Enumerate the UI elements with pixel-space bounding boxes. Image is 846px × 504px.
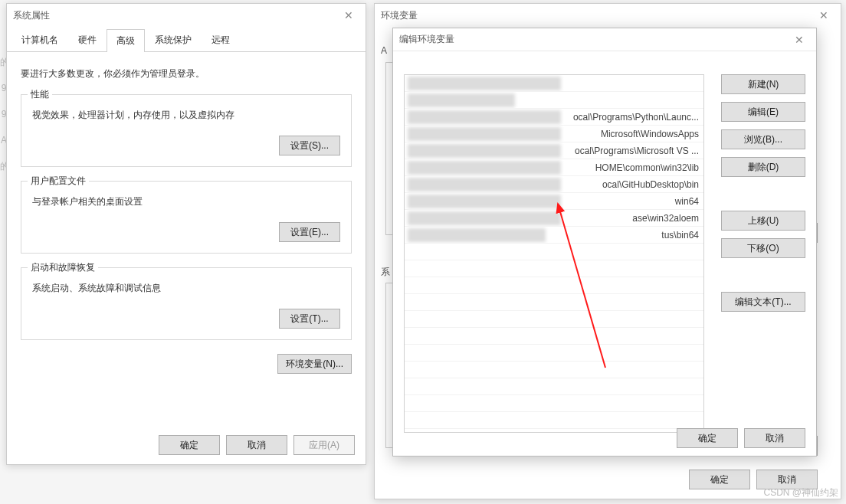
- list-item[interactable]: [405, 260, 703, 277]
- group-user-profiles: 用户配置文件 与登录帐户相关的桌面设置 设置(E)...: [21, 181, 352, 254]
- list-item[interactable]: [405, 412, 703, 429]
- cancel-button[interactable]: 取消: [226, 435, 287, 455]
- tabs: 计算机名 硬件 高级 系统保护 远程: [7, 27, 366, 52]
- browse-button[interactable]: 浏览(B)...: [721, 129, 805, 149]
- system-properties-window: 系统属性 ✕ 计算机名 硬件 高级 系统保护 远程 要进行大多数更改，你必须作为…: [6, 3, 366, 465]
- edit-environment-variable-dialog: 编辑环境变量 ✕ ocal\Programs\Python\Launc... M…: [392, 28, 817, 457]
- list-item[interactable]: win64: [405, 193, 703, 210]
- ok-button[interactable]: 确定: [159, 435, 220, 455]
- window-title: 环境变量: [381, 9, 813, 22]
- tab-advanced[interactable]: 高级: [107, 29, 145, 52]
- group-startup-recovery: 启动和故障恢复 系统启动、系统故障和调试信息 设置(T)...: [21, 267, 352, 340]
- settings-performance-button[interactable]: 设置(S)...: [279, 136, 340, 155]
- new-button[interactable]: 新建(N): [721, 74, 805, 94]
- list-item[interactable]: [405, 277, 703, 294]
- group-legend: 启动和故障恢复: [28, 261, 98, 274]
- list-item[interactable]: [405, 244, 703, 260]
- list-item[interactable]: tus\bin64: [405, 227, 703, 244]
- group-performance: 性能 视觉效果，处理器计划，内存使用，以及虚拟内存 设置(S)...: [21, 94, 352, 167]
- edit-button[interactable]: 编辑(E): [721, 102, 805, 122]
- list-item[interactable]: [405, 328, 703, 345]
- apply-button[interactable]: 应用(A): [293, 435, 355, 455]
- group-desc: 与登录帐户相关的桌面设置: [32, 195, 340, 208]
- dialog-buttons: 确定 取消 应用(A): [159, 435, 355, 455]
- list-item[interactable]: Microsoft\WindowsApps: [405, 126, 703, 142]
- intro-text: 要进行大多数更改，你必须作为管理员登录。: [21, 67, 352, 80]
- tab-body: 要进行大多数更改，你必须作为管理员登录。 性能 视觉效果，处理器计划，内存使用，…: [7, 52, 366, 385]
- delete-button[interactable]: 删除(D): [721, 157, 805, 177]
- environment-variables-button[interactable]: 环境变量(N)...: [277, 354, 352, 374]
- group-legend: 性能: [28, 88, 52, 101]
- titlebar: 编辑环境变量 ✕: [393, 28, 816, 51]
- tab-hardware[interactable]: 硬件: [68, 28, 107, 51]
- window-title: 系统属性: [13, 9, 338, 22]
- list-item[interactable]: HOME\common\win32\lib: [405, 159, 703, 176]
- close-icon[interactable]: ✕: [338, 9, 359, 21]
- list-item[interactable]: [405, 294, 703, 311]
- list-item[interactable]: [405, 311, 703, 328]
- list-item[interactable]: [405, 75, 703, 92]
- list-item[interactable]: ocal\Programs\Microsoft VS ...: [405, 142, 703, 159]
- system-vars-label: 系: [381, 266, 390, 279]
- group-desc: 系统启动、系统故障和调试信息: [32, 282, 340, 295]
- tab-system-protection[interactable]: 系统保护: [145, 28, 202, 51]
- side-buttons: 新建(N) 编辑(E) 浏览(B)... 删除(D) 上移(U) 下移(O) 编…: [721, 74, 805, 312]
- tab-remote[interactable]: 远程: [202, 28, 240, 51]
- dialog-title: 编辑环境变量: [399, 33, 789, 46]
- list-item[interactable]: [405, 395, 703, 412]
- group-legend: 用户配置文件: [28, 175, 89, 188]
- list-item[interactable]: ocal\GitHubDesktop\bin: [405, 176, 703, 193]
- list-item[interactable]: ocal\Programs\Python\Launc...: [405, 109, 703, 126]
- list-item[interactable]: ase\win32aloem: [405, 210, 703, 227]
- list-item[interactable]: [405, 92, 703, 109]
- list-item[interactable]: [405, 345, 703, 362]
- user-vars-label: A: [381, 45, 387, 56]
- group-desc: 视觉效果，处理器计划，内存使用，以及虚拟内存: [32, 109, 340, 122]
- settings-userprofile-button[interactable]: 设置(E)...: [279, 222, 340, 242]
- titlebar: 系统属性 ✕: [7, 4, 366, 27]
- path-list[interactable]: ocal\Programs\Python\Launc... Microsoft\…: [404, 74, 704, 433]
- list-item[interactable]: [405, 378, 703, 395]
- close-icon[interactable]: ✕: [813, 9, 835, 21]
- moveup-button[interactable]: 上移(U): [721, 211, 805, 231]
- cancel-button[interactable]: 取消: [744, 428, 805, 448]
- edittext-button[interactable]: 编辑文本(T)...: [721, 292, 805, 312]
- ok-button[interactable]: 确定: [689, 470, 750, 489]
- ok-button[interactable]: 确定: [677, 428, 738, 448]
- close-icon[interactable]: ✕: [789, 34, 810, 46]
- movedown-button[interactable]: 下移(O): [721, 238, 805, 258]
- settings-startup-button[interactable]: 设置(T)...: [279, 309, 340, 329]
- list-item[interactable]: [405, 362, 703, 378]
- tab-computer-name[interactable]: 计算机名: [11, 28, 68, 51]
- watermark: CSDN @神仙约架: [763, 486, 838, 499]
- dialog-buttons: 确定 取消: [677, 428, 805, 448]
- titlebar: 环境变量 ✕: [375, 4, 841, 27]
